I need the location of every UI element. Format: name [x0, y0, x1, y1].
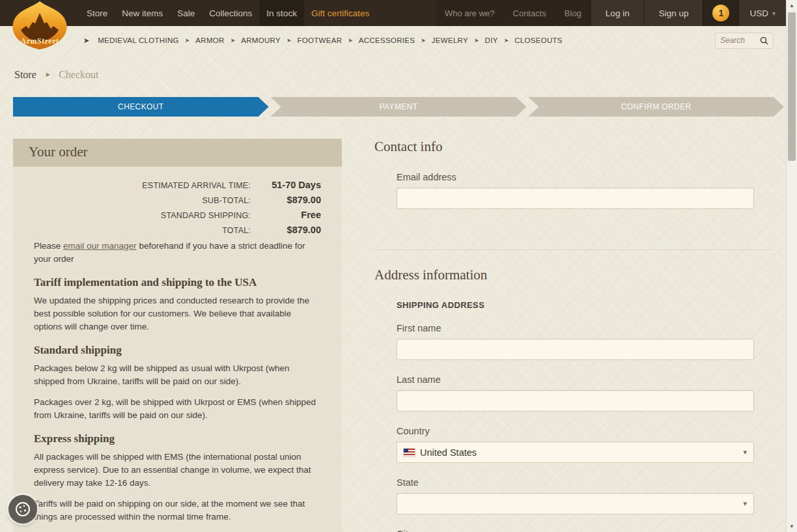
search-input[interactable] [720, 36, 758, 45]
cat-armoury[interactable]: ARMOURY [238, 36, 283, 44]
summary-row-subtotal: SUB-TOTAL: $879.00 [34, 195, 321, 205]
nav-sale[interactable]: Sale [170, 0, 202, 26]
first-name-field-group: First name [397, 323, 754, 360]
nav-gift-certificates[interactable]: Gift certificates [304, 0, 376, 26]
nav-arrow-icon: ➤ [504, 37, 509, 44]
order-panel-title: Your order [13, 139, 342, 167]
nav-arrow-icon: ➤ [231, 37, 236, 44]
search-icon[interactable] [760, 36, 768, 45]
nav-arrow-icon: ➤ [474, 37, 479, 44]
scroll-down-button[interactable]: ▼ [787, 521, 797, 532]
step-confirm-order[interactable]: CONFIRM ORDER [528, 97, 784, 117]
top-navigation-bar: ArmStreet Store New items Sale Collectio… [0, 0, 797, 26]
nav-collections[interactable]: Collections [202, 0, 259, 26]
cat-closeouts[interactable]: CLOSEOUTS [512, 36, 565, 44]
signup-button[interactable]: Sign up [644, 0, 703, 26]
secondary-nav: Who are we? Contacts Blog [436, 0, 591, 26]
summary-label: STANDARD SHIPPING: [34, 211, 251, 220]
cart-count-badge: 1 [712, 5, 729, 21]
first-name-field[interactable] [397, 339, 754, 360]
top-right-group: Who are we? Contacts Blog Log in Sign up… [436, 0, 786, 26]
chevron-down-icon: ▾ [743, 499, 747, 508]
first-name-label: First name [397, 323, 754, 333]
cookie-settings-button[interactable] [8, 495, 37, 524]
summary-value: 51-70 Days [251, 180, 321, 190]
step-checkout[interactable]: CHECKOUT [13, 97, 269, 117]
country-field-group: Country United States ▾ [397, 426, 754, 463]
summary-value: Free [251, 210, 321, 220]
standard-shipping-paragraph: Packages over 2 kg, will be shipped with… [34, 396, 321, 422]
tariff-section-heading: Tariff implementation and shipping to th… [34, 276, 321, 289]
express-shipping-heading: Express shipping [34, 432, 321, 445]
nav-arrow-icon: ➤ [348, 37, 353, 44]
last-name-field[interactable] [397, 390, 754, 412]
state-label: State [397, 477, 754, 488]
chevron-down-icon: ▾ [772, 10, 776, 17]
nav-in-stock[interactable]: In stock [259, 0, 304, 26]
breadcrumb-arrow-icon: ➤ [45, 71, 50, 78]
state-select[interactable]: ▾ [397, 493, 754, 514]
login-button[interactable]: Log in [591, 0, 644, 26]
order-panel-body: ESTIMATED ARRIVAL TIME: 51-70 Days SUB-T… [13, 167, 342, 532]
city-field-group: City [397, 529, 754, 532]
nav-arrow-icon: ➤ [83, 36, 89, 45]
state-field-group: State ▾ [397, 477, 754, 514]
city-label: City [397, 529, 754, 532]
nav-new-items[interactable]: New items [115, 0, 170, 26]
address-info-title: Address information [374, 267, 774, 283]
cat-diy[interactable]: DIY [482, 36, 501, 44]
cart-button[interactable]: 1 [703, 0, 738, 26]
email-manager-link[interactable]: email our manager [63, 241, 137, 251]
cat-medieval-clothing[interactable]: MEDIEVAL CLOTHING [95, 36, 182, 44]
summary-row-shipping: STANDARD SHIPPING: Free [34, 210, 321, 220]
vertical-scrollbar: ▲ ▼ [786, 0, 797, 532]
nav-arrow-icon: ➤ [287, 37, 292, 44]
armstreet-logo[interactable]: ArmStreet [5, 0, 74, 52]
scroll-up-button[interactable]: ▲ [787, 0, 797, 11]
step-payment[interactable]: PAYMENT [271, 97, 527, 117]
scrollbar-thumb[interactable] [788, 12, 796, 161]
email-field-group: Email address [397, 172, 754, 209]
email-field[interactable] [397, 188, 754, 209]
nav-who-are-we[interactable]: Who are we? [436, 0, 504, 26]
cat-armor[interactable]: ARMOR [193, 36, 227, 44]
nav-store[interactable]: Store [79, 0, 115, 26]
express-shipping-paragraph: All packages will be shipped with EMS (t… [34, 451, 321, 490]
country-label: Country [397, 426, 754, 436]
summary-row-arrival: ESTIMATED ARRIVAL TIME: 51-70 Days [34, 180, 321, 190]
last-name-field-group: Last name [397, 374, 754, 412]
armstreet-flame-icon: ArmStreet [5, 0, 74, 52]
cat-footwear[interactable]: FOOTWEAR [294, 36, 344, 44]
nav-contacts[interactable]: Contacts [504, 0, 555, 26]
currency-label: USD [749, 8, 768, 18]
logo-text: ArmStreet [21, 36, 59, 46]
last-name-label: Last name [397, 374, 754, 385]
chevron-down-icon: ▾ [743, 448, 747, 456]
us-flag-icon [404, 449, 415, 456]
country-value: United States [420, 447, 477, 458]
main-content: Your order ESTIMATED ARRIVAL TIME: 51-70… [0, 117, 797, 532]
email-label: Email address [397, 172, 754, 182]
checkout-form: Contact info Email address Address infor… [374, 139, 774, 532]
cat-jewelry[interactable]: JEWELRY [429, 36, 471, 44]
standard-shipping-paragraph: Packages below 2 kg will be shipped as u… [34, 362, 321, 388]
summary-label: TOTAL: [34, 226, 251, 235]
currency-selector[interactable]: USD ▾ [738, 0, 786, 26]
summary-row-total: TOTAL: $879.00 [34, 225, 321, 235]
breadcrumb: Store ➤ Checkout [14, 69, 797, 81]
summary-label: SUB-TOTAL: [34, 196, 251, 205]
breadcrumb-store[interactable]: Store [14, 69, 36, 80]
deadline-note: Please email our manager beforehand if y… [34, 240, 321, 266]
address-info-section: Address information SHIPPING ADDRESS Fir… [374, 267, 774, 532]
cat-accessories[interactable]: ACCESSORIES [356, 36, 417, 44]
country-select[interactable]: United States ▾ [397, 441, 754, 463]
express-shipping-paragraph: Tariffs will be paid on shipping on our … [34, 497, 321, 524]
search-box [715, 33, 774, 49]
nav-blog[interactable]: Blog [555, 0, 591, 26]
tariff-paragraph: We updated the shipping prices and condu… [34, 294, 321, 333]
shipping-address-heading: SHIPPING ADDRESS [397, 300, 754, 310]
standard-shipping-heading: Standard shipping [34, 344, 321, 357]
nav-arrow-icon: ➤ [185, 37, 190, 44]
cookie-icon [14, 501, 31, 518]
breadcrumb-current: Checkout [59, 69, 98, 80]
